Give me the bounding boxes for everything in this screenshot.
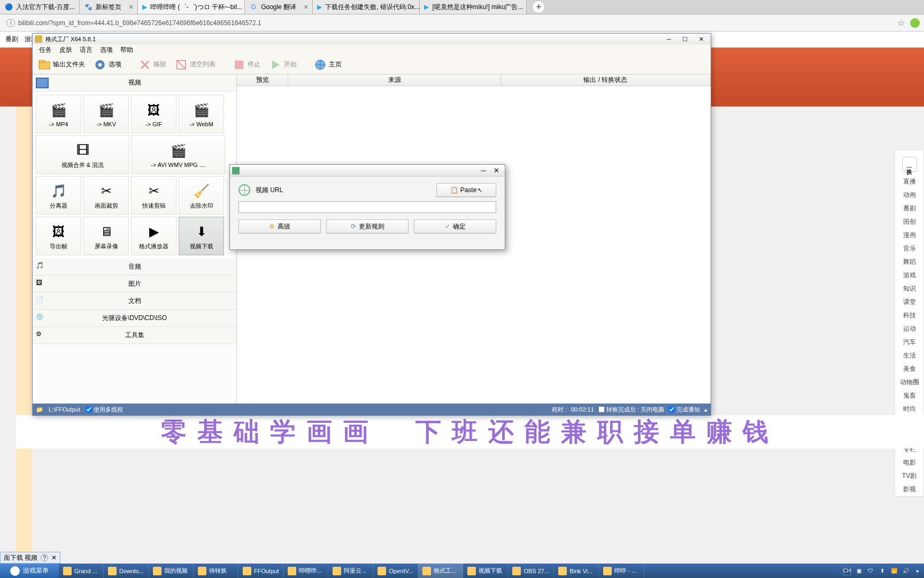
help-icon[interactable]: ? — [41, 554, 48, 561]
multithread-checkbox[interactable]: 使用多线程 — [86, 406, 123, 414]
format-tile[interactable]: ✂快速剪辑 — [131, 176, 176, 215]
nav-item[interactable]: 番剧 — [2, 35, 21, 44]
refresh-toggle-button[interactable]: 换一换 — [902, 157, 917, 172]
side-nav-item[interactable]: 舞蹈 — [895, 255, 923, 269]
format-tile[interactable]: 🎬-> AVI WMV MPG .... — [132, 135, 225, 174]
window-titlebar[interactable]: 格式工厂 X64 5.8.1 ─ ☐ ✕ — [33, 34, 711, 44]
folder-icon[interactable]: 📁 — [36, 406, 43, 413]
format-tile[interactable]: 🖥屏幕录像 — [83, 217, 129, 255]
col-preview[interactable]: 预览 — [237, 74, 288, 86]
category-picture[interactable]: 🖼图片 — [33, 276, 236, 293]
format-tile[interactable]: ✂画面裁剪 — [83, 176, 129, 215]
close-icon[interactable]: ✕ — [51, 554, 57, 561]
col-source[interactable]: 来源 — [288, 74, 501, 86]
url-field[interactable]: i bilibili.com/?spm_id_from=444.41.b_696… — [4, 17, 892, 29]
clear-list-button[interactable]: 清空列表 — [172, 57, 219, 72]
taskbar-item[interactable]: FFOutput — [238, 564, 283, 578]
menu-task[interactable]: 任务 — [36, 44, 55, 56]
side-nav-item[interactable]: 番剧 — [895, 202, 923, 215]
browser-tab[interactable]: ▶下载任务创建失败, 错误代码:0x...× — [313, 0, 420, 14]
format-tile[interactable]: ⬇视频下载 — [179, 217, 224, 255]
tray-expand-icon[interactable]: ▸ — [913, 567, 922, 575]
notify-checkbox[interactable]: 完成通知 — [668, 406, 700, 414]
menu-options[interactable]: 选项 — [97, 44, 116, 56]
side-nav-item[interactable]: 漫画 — [895, 229, 923, 242]
expand-icon[interactable]: ▴ — [704, 406, 707, 413]
category-video[interactable]: 视频 — [33, 74, 236, 92]
side-nav-item[interactable]: 电影 — [895, 456, 923, 469]
taskbar-item[interactable]: 阿里云... — [328, 564, 373, 578]
side-nav-item[interactable]: 生活 — [895, 349, 923, 362]
side-nav-item[interactable]: 美食 — [895, 362, 923, 376]
tray-icon[interactable]: 🛡 — [866, 567, 875, 575]
dialog-close-button[interactable]: ✕ — [490, 166, 503, 174]
side-nav-item[interactable]: 时尚 — [895, 402, 923, 416]
category-disc[interactable]: 💿光驱设备\DVD\CD\ISO — [33, 310, 236, 327]
taskbar-item[interactable]: Grand ... — [59, 564, 104, 578]
category-document[interactable]: 📄文档 — [33, 293, 236, 310]
ad-banner[interactable]: 零基础学画画 下班还能兼职接单赚钱 — [16, 415, 924, 448]
browser-tab[interactable]: GGoogle 翻译× — [245, 0, 313, 14]
tray-icon[interactable]: ▣ — [854, 567, 863, 575]
start-button[interactable]: 开始 — [266, 57, 300, 72]
format-tile[interactable]: ▶格式播放器 — [131, 217, 176, 255]
side-nav-item[interactable]: 直播 — [895, 175, 923, 188]
bookmark-star-icon[interactable]: ☆ — [897, 18, 905, 28]
download-blocker-bar[interactable]: 面下载 视频 ? ✕ — [0, 552, 60, 564]
dialog-titlebar[interactable]: ─ ✕ — [230, 165, 505, 177]
taskbar-item[interactable]: 哔哩哔... — [283, 564, 328, 578]
side-nav-item[interactable]: 影视 — [895, 483, 923, 496]
maximize-button[interactable]: ☐ — [677, 35, 692, 43]
browser-tab[interactable]: 🔵入法官方下载-百度... — [0, 0, 80, 14]
remove-button[interactable]: 移除 — [135, 57, 170, 72]
format-tile[interactable]: 🖼-> GIF — [131, 95, 176, 133]
paste-button[interactable]: 📋 Paste ↖ — [436, 183, 496, 197]
side-nav-item[interactable]: 知识 — [895, 282, 923, 295]
taskbar-item[interactable]: OpenIV... — [373, 564, 418, 578]
format-tile[interactable]: 🧹去除水印 — [179, 176, 224, 215]
close-tab-icon[interactable]: × — [304, 3, 308, 11]
format-tile[interactable]: 🎞视频合并 & 混流 — [36, 135, 129, 174]
close-button[interactable]: ✕ — [694, 35, 709, 43]
side-nav-item[interactable]: 动画 — [895, 188, 923, 202]
taskbar-item[interactable]: 我的视频 — [149, 564, 194, 578]
extension-icon[interactable] — [910, 18, 920, 28]
minimize-button[interactable]: ─ — [661, 35, 676, 43]
browser-tab[interactable]: ▶哔哩哔哩 (゜-゜)つロ 干杯~-bil...× — [138, 0, 245, 14]
taskbar-item[interactable]: 哔哔 - ... — [599, 564, 644, 578]
side-nav-item[interactable]: 运动 — [895, 322, 923, 336]
category-audio[interactable]: 🎵音频 — [33, 258, 236, 276]
format-tile[interactable]: 🎵分离器 — [36, 176, 81, 215]
taskbar-item[interactable]: OBS 27... — [508, 564, 554, 578]
taskbar-item[interactable]: Downlo... — [104, 564, 149, 578]
options-button[interactable]: 选项 — [90, 57, 125, 72]
site-info-icon[interactable]: i — [6, 19, 15, 27]
format-tile[interactable]: 🎬-> WebM — [179, 95, 224, 133]
tray-icon[interactable]: ⬆ — [878, 567, 887, 575]
advanced-button[interactable]: ⚙高级 — [238, 219, 321, 233]
taskbar-item[interactable]: Bink Vi... — [554, 564, 599, 578]
taskbar-item[interactable]: 格式工... — [418, 564, 463, 578]
tray-icon[interactable]: 📶 — [890, 567, 898, 575]
refresh-rules-button[interactable]: ⟳更新规则 — [326, 219, 409, 233]
stop-button[interactable]: 停止 — [229, 57, 264, 72]
menu-help[interactable]: 帮助 — [117, 44, 136, 56]
output-path[interactable]: L:\FFOutput — [49, 406, 80, 413]
side-nav-item[interactable]: 鬼畜 — [895, 389, 923, 402]
format-tile[interactable]: 🎬-> MP4 — [36, 95, 81, 133]
side-nav-item[interactable]: 汽车 — [895, 336, 923, 349]
output-folder-button[interactable]: 输出文件夹 — [35, 57, 88, 72]
lang-indicator[interactable]: CH — [843, 567, 851, 575]
side-nav-item[interactable]: 课堂 — [895, 295, 923, 309]
menu-skin[interactable]: 皮肤 — [56, 44, 75, 56]
new-tab-button[interactable]: + — [532, 1, 545, 13]
side-nav-item[interactable]: 科技 — [895, 309, 923, 322]
close-tab-icon[interactable]: × — [129, 3, 133, 11]
side-nav-item[interactable]: 游戏 — [895, 269, 923, 282]
side-nav-item[interactable]: TV剧 — [895, 469, 923, 483]
side-nav-item[interactable]: 音乐 — [895, 242, 923, 255]
ok-button[interactable]: ✓确定 — [414, 219, 496, 233]
taskbar-item[interactable]: 待转换 — [194, 564, 238, 578]
side-nav-item[interactable]: 国创 — [895, 215, 923, 229]
url-input[interactable] — [238, 201, 496, 213]
